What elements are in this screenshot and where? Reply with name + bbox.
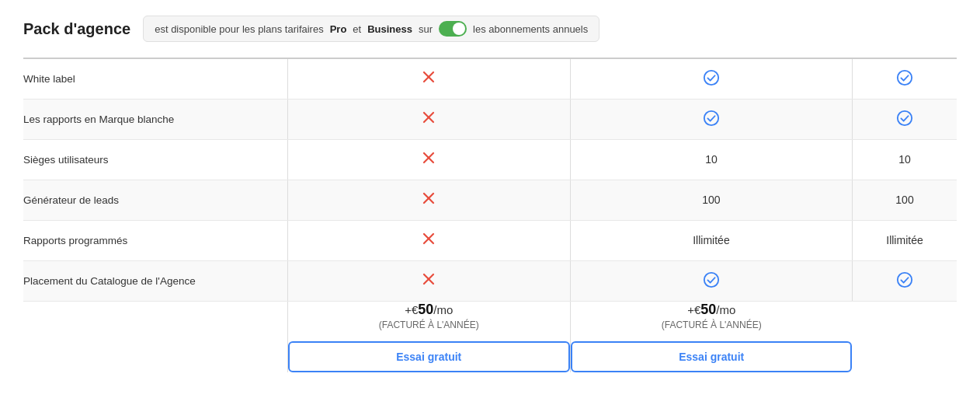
price-basic [23,301,287,372]
x-icon [422,194,436,208]
business-price-value: 50 [700,302,716,317]
feature-basic [287,220,570,260]
svg-point-3 [898,71,912,85]
feature-business: 10 [852,139,957,180]
pro-price-period: /mo [433,303,453,316]
svg-point-17 [898,272,912,286]
annual-toggle[interactable] [439,21,467,37]
badge-plan1: Pro [330,23,347,35]
svg-point-6 [704,110,718,124]
feature-basic [287,99,570,139]
check-icon [703,110,720,127]
badge-connector: et [353,23,361,35]
feature-name: Rapports programmés [23,220,287,260]
pro-price-value: 50 [418,302,433,317]
feature-pro [570,260,852,301]
badge-suffix-post: les abonnements annuels [473,23,588,35]
page-wrapper: Pack d'agence est disponible pour les pl… [0,0,980,398]
pro-price-amount: +€50/mo [288,302,570,318]
feature-basic [287,139,570,180]
header-row: Pack d'agence est disponible pour les pl… [23,16,957,42]
feature-name: Les rapports en Marque blanche [23,99,287,139]
feature-business: 100 [852,180,957,220]
table-row: Générateur de leads 100 100 [23,180,957,220]
feature-business: Illimitée [852,220,957,260]
pro-price-prefix: +€ [405,303,418,316]
business-trial-button[interactable]: Essai gratuit [571,341,853,372]
check-icon [896,110,913,127]
badge-plan2: Business [367,23,412,35]
feature-basic [287,58,570,99]
feature-basic [287,260,570,301]
x-icon [422,154,436,167]
check-icon [703,271,720,288]
x-icon [422,73,436,86]
feature-name: Générateur de leads [23,180,287,220]
pricing-table: White label Les rapports en Marque blanc… [23,58,957,372]
feature-pro: Illimitée [570,220,852,260]
price-business: +€50/mo (FACTURÉ À L'ANNÉE) Essai gratui… [570,301,852,372]
business-price-amount: +€50/mo [571,302,853,318]
x-icon [422,113,436,127]
table-row: Sièges utilisateurs 10 10 [23,139,957,180]
check-icon [896,271,913,288]
feature-business [852,58,957,99]
table-row: Placement du Catalogue de l'Agence [23,260,957,301]
page-title: Pack d'agence [23,20,130,38]
pro-price-billed: (FACTURÉ À L'ANNÉE) [288,319,570,330]
svg-point-16 [704,272,718,286]
business-price-period: /mo [716,303,735,316]
x-icon [422,235,436,248]
svg-point-7 [898,110,912,124]
cell-value: 100 [702,194,720,206]
feature-business [852,99,957,139]
svg-point-2 [704,71,718,85]
badge-suffix-pre: sur [419,23,433,35]
cell-value: 10 [705,153,718,166]
pro-trial-button[interactable]: Essai gratuit [288,341,570,372]
check-icon [703,69,720,86]
business-price-billed: (FACTURÉ À L'ANNÉE) [571,319,853,330]
cell-value: Illimitée [886,234,923,246]
feature-name: White label [23,58,287,99]
feature-business [852,260,957,301]
feature-pro: 10 [570,139,852,180]
business-price-prefix: +€ [687,303,700,316]
x-icon [422,275,436,288]
check-icon [896,69,913,86]
feature-pro [570,99,852,139]
table-row: White label [23,58,957,99]
table-row: Rapports programmés Illimitée Illimitée [23,220,957,260]
feature-name: Placement du Catalogue de l'Agence [23,260,287,301]
cell-value: 100 [895,194,913,206]
badge-prefix: est disponible pour les plans tarifaires [155,23,324,35]
feature-pro: 100 [570,180,852,220]
cell-value: 10 [898,153,911,166]
feature-pro [570,58,852,99]
price-row: +€50/mo (FACTURÉ À L'ANNÉE) Essai gratui… [23,301,957,372]
toggle-slider [439,21,467,37]
table-row: Les rapports en Marque blanche [23,99,957,139]
feature-basic [287,180,570,220]
feature-name: Sièges utilisateurs [23,139,287,180]
price-pro: +€50/mo (FACTURÉ À L'ANNÉE) Essai gratui… [287,301,570,372]
cell-value: Illimitée [693,234,729,246]
header-badge: est disponible pour les plans tarifaires… [143,16,599,42]
